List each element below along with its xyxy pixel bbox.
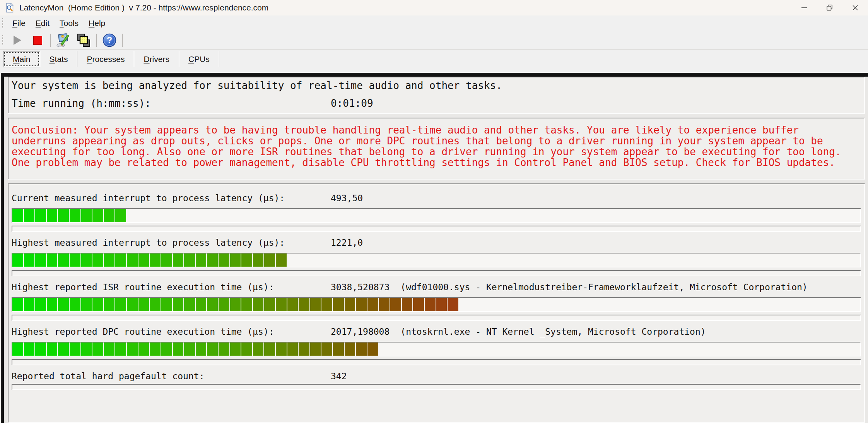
bar-segment <box>127 343 138 356</box>
bar-segment <box>35 298 46 311</box>
bar-segment <box>47 298 58 311</box>
bar-segment <box>241 298 252 311</box>
copy-report-button[interactable] <box>73 32 94 49</box>
bar-segment <box>299 343 309 356</box>
bar-segment <box>402 298 413 311</box>
time-running-label: Time running (h:mm:ss): <box>12 98 331 109</box>
bar-segment <box>207 253 218 267</box>
restore-button[interactable] <box>817 0 842 15</box>
bar-segment <box>184 298 195 311</box>
tab-cpus[interactable]: CPUs <box>179 51 219 67</box>
conclusion-line: One problem may be related to power mana… <box>12 157 861 168</box>
metric-label: Reported total hard pagefault count: <box>12 371 331 381</box>
bar-segment <box>12 343 23 356</box>
bar-segment <box>196 343 207 356</box>
bar-segment <box>12 209 23 222</box>
bar-segment <box>58 209 69 222</box>
metric-value: 342 <box>331 371 347 381</box>
bar-segment <box>321 298 332 311</box>
metric-label: Highest reported DPC routine execution t… <box>12 327 331 337</box>
stop-monitor-button[interactable] <box>27 32 48 49</box>
stop-icon <box>33 36 42 45</box>
bar-segment <box>345 298 355 311</box>
bar-segment <box>92 253 103 267</box>
bar-segment <box>47 209 58 222</box>
bar-segment <box>104 298 115 311</box>
bar-segment <box>253 298 264 311</box>
time-running-row: Time running (h:mm:ss): 0:01:09 <box>12 98 861 109</box>
led-bar <box>12 297 861 312</box>
bar-segment <box>196 298 207 311</box>
bar-segment <box>276 253 287 267</box>
tab-label: CPUs <box>188 55 210 64</box>
bar-segment <box>310 298 321 311</box>
tab-drivers[interactable]: Drivers <box>134 51 179 67</box>
bar-segment <box>219 253 229 267</box>
metric-label: Current measured interrupt to process la… <box>12 193 331 203</box>
bar-segment <box>356 343 367 356</box>
window-controls <box>791 0 868 15</box>
conclusion-line: underruns appearing as drop outs, clicks… <box>12 135 861 146</box>
led-bar <box>12 208 861 223</box>
bar-segment <box>161 253 172 267</box>
analyze-options-button[interactable] <box>53 32 73 49</box>
close-button[interactable] <box>842 0 868 15</box>
tab-bar: MainStatsProcessesDriversCPUs <box>0 50 868 74</box>
bar-segment <box>161 298 172 311</box>
metric-row: Highest measured interrupt to process la… <box>12 238 861 276</box>
minimize-icon <box>800 4 808 12</box>
tab-stats[interactable]: Stats <box>40 51 78 67</box>
bar-segment <box>81 209 92 222</box>
bar-segment <box>333 343 344 356</box>
menu-item-edit[interactable]: Edit <box>31 17 55 30</box>
tab-label: Stats <box>50 55 68 64</box>
bar-segment <box>413 298 424 311</box>
bar-segment <box>241 253 252 267</box>
bar-segment <box>138 253 149 267</box>
svg-text:?: ? <box>107 35 112 45</box>
bar-segment <box>138 298 149 311</box>
menu-item-file[interactable]: File <box>7 17 31 30</box>
bar-segment <box>321 343 332 356</box>
metric-driver-info: (ntoskrnl.exe - NT Kernel _System, Micro… <box>400 327 706 337</box>
metric-row: Reported total hard pagefault count:342 <box>12 371 861 390</box>
bar-segment <box>24 253 35 267</box>
bar-segment <box>104 209 115 222</box>
bar-segment <box>12 298 23 311</box>
bar-segment <box>230 298 241 311</box>
help-button[interactable]: ? <box>99 32 120 49</box>
bar-segment <box>12 253 23 267</box>
bar-groove <box>12 270 861 276</box>
bar-segment <box>58 253 69 267</box>
menu-item-help[interactable]: Help <box>84 17 110 30</box>
bar-segment <box>70 209 80 222</box>
bar-segment <box>173 343 184 356</box>
bar-segment <box>230 343 241 356</box>
bar-segment <box>196 253 207 267</box>
bar-segment <box>173 298 184 311</box>
start-monitor-button[interactable] <box>7 32 27 49</box>
minimize-button[interactable] <box>791 0 817 15</box>
time-running-value: 0:01:09 <box>331 98 373 109</box>
titlebar: LatencyMon (Home Edition ) v 7.20 - http… <box>0 0 868 15</box>
bar-segment <box>448 298 458 311</box>
metric-value: 2017,198008 <box>331 327 390 337</box>
bar-segment <box>150 298 161 311</box>
bar-segment <box>390 298 401 311</box>
bar-segment <box>104 343 115 356</box>
menu-item-tools[interactable]: Tools <box>55 17 84 30</box>
metric-value: 3038,520873 <box>331 282 390 292</box>
bar-segment <box>92 298 103 311</box>
bar-segment <box>436 298 447 311</box>
tab-processes[interactable]: Processes <box>77 51 134 67</box>
restore-icon <box>826 4 834 12</box>
status-text: Your system is being analyzed for suitab… <box>12 80 861 91</box>
tab-main[interactable]: Main <box>3 51 40 67</box>
bar-segment <box>92 209 103 222</box>
bar-segment <box>24 298 35 311</box>
bar-segment <box>356 298 367 311</box>
window-title: LatencyMon (Home Edition ) v 7.20 - http… <box>19 3 268 12</box>
bar-segment <box>276 298 287 311</box>
latencymon-app-icon <box>5 3 15 13</box>
metric-row: Highest reported DPC routine execution t… <box>12 327 861 365</box>
